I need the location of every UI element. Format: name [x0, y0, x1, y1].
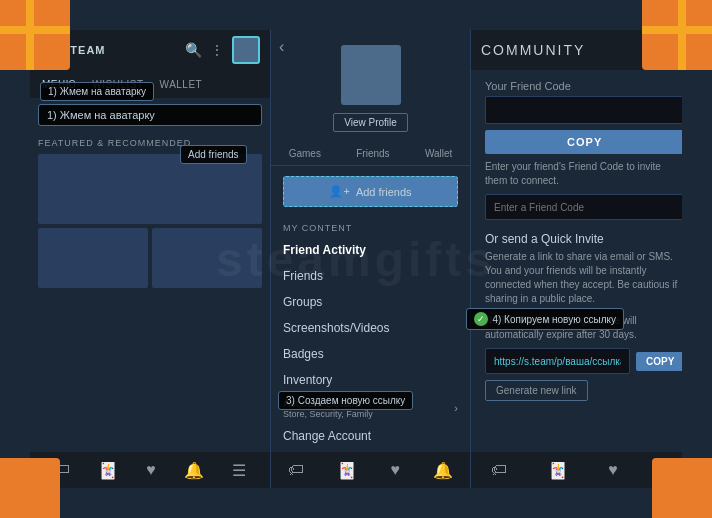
add-friends-label: Add friends: [356, 186, 412, 198]
community-title: COMMUNITY: [481, 42, 585, 58]
left-bottom-bar: 🏷 🃏 ♥ 🔔 ☰: [30, 452, 270, 488]
tooltip-avatar: 1) Жмем на аватарку: [38, 104, 262, 126]
quick-invite-description: Generate a link to share via email or SM…: [485, 250, 682, 306]
annotation-4: ✓ 4) Копируем новую ссылку: [466, 308, 624, 330]
bell-icon[interactable]: 🔔: [184, 461, 204, 480]
annotation-1: 1) Жмем на аватарку: [40, 82, 154, 101]
generate-link-button[interactable]: Generate new link: [485, 380, 588, 401]
link-row: COPY: [485, 348, 682, 374]
back-button[interactable]: ‹: [279, 38, 284, 56]
add-friends-icon: 👤+: [329, 185, 349, 198]
profile-sub-tabs: Games Friends Wallet: [271, 142, 470, 166]
search-icon[interactable]: 🔍: [185, 42, 202, 58]
middle-bottom-bar: 🏷 🃏 ♥ 🔔: [271, 452, 470, 488]
gift-decoration-bottom-right: [652, 458, 712, 518]
community-content: Your Friend Code COPY Enter your friend'…: [471, 70, 682, 452]
menu-item-change-account[interactable]: Change Account: [271, 423, 470, 449]
more-icon[interactable]: ⋮: [210, 42, 224, 58]
card-icon-right[interactable]: 🃏: [548, 461, 568, 480]
my-content-label: MY CONTENT: [271, 217, 470, 237]
friend-code-section: Your Friend Code COPY Enter your friend'…: [485, 80, 682, 220]
menu-item-groups[interactable]: Groups: [271, 289, 470, 315]
games-tab[interactable]: Games: [289, 148, 321, 159]
menu-item-screenshots[interactable]: Screenshots/Videos: [271, 315, 470, 341]
profile-avatar: [341, 45, 401, 105]
heart-icon-right[interactable]: ♥: [608, 461, 618, 479]
heart-icon-mid[interactable]: ♥: [390, 461, 400, 479]
tag-icon-right[interactable]: 🏷: [491, 461, 507, 479]
checkmark-icon: ✓: [474, 312, 488, 326]
card-icon[interactable]: 🃏: [98, 461, 118, 480]
tag-icon-mid[interactable]: 🏷: [288, 461, 304, 479]
friend-code-input[interactable]: [485, 96, 682, 124]
right-bottom-bar: 🏷 🃏 ♥ 🔔: [471, 452, 682, 488]
copy-link-button[interactable]: COPY: [636, 352, 682, 371]
featured-grid: [38, 154, 262, 288]
featured-item-1: [38, 228, 148, 288]
community-panel: COMMUNITY ⋮ Your Friend Code COPY Enter …: [470, 30, 682, 488]
bell-icon-mid[interactable]: 🔔: [433, 461, 453, 480]
heart-icon[interactable]: ♥: [146, 461, 156, 479]
nav-tab-wallet[interactable]: WALLET: [154, 77, 209, 92]
friends-tab[interactable]: Friends: [356, 148, 389, 159]
arrow-icon: ›: [454, 402, 458, 414]
friend-dropdown-panel: ‹ View Profile Games Friends Wallet 👤+ A…: [270, 30, 470, 488]
menu-item-friend-activity[interactable]: Friend Activity: [271, 237, 470, 263]
add-friends-button[interactable]: 👤+ Add friends: [283, 176, 458, 207]
enter-friend-code-input[interactable]: [485, 194, 682, 220]
card-icon-mid[interactable]: 🃏: [337, 461, 357, 480]
invite-link-input[interactable]: [485, 348, 630, 374]
view-profile-button[interactable]: View Profile: [333, 113, 408, 132]
featured-item-2: [152, 228, 262, 288]
menu-icon[interactable]: ☰: [232, 461, 246, 480]
gift-decoration-top-left: [0, 0, 70, 70]
featured-item-main: [38, 154, 262, 224]
gift-decoration-bottom-left: [0, 458, 60, 518]
annotation-4-text: 4) Копируем новую ссылку: [492, 314, 616, 325]
menu-item-badges[interactable]: Badges: [271, 341, 470, 367]
profile-section: View Profile: [271, 30, 470, 142]
friend-code-label: Your Friend Code: [485, 80, 682, 92]
annotation-2: Add friends: [180, 145, 247, 164]
quick-invite-title: Or send a Quick Invite: [485, 232, 682, 246]
menu-item-friends[interactable]: Friends: [271, 263, 470, 289]
account-details-sub: Store, Security, Family: [283, 409, 373, 419]
header-icons: 🔍 ⋮: [185, 36, 260, 64]
menu-item-inventory[interactable]: Inventory: [271, 367, 470, 393]
friend-code-description: Enter your friend's Friend Code to invit…: [485, 160, 682, 188]
wallet-tab[interactable]: Wallet: [425, 148, 452, 159]
annotation-3: 3) Создаем новую ссылку: [278, 391, 413, 410]
copy-friend-code-button[interactable]: COPY: [485, 130, 682, 154]
avatar[interactable]: [232, 36, 260, 64]
gift-decoration-top-right: [642, 0, 712, 70]
